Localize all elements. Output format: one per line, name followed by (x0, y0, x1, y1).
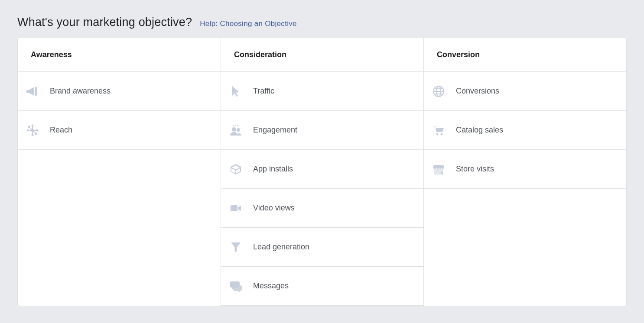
page-title: What's your marketing objective? (17, 16, 192, 29)
objective-option[interactable]: Brand awareness (18, 72, 221, 111)
column-header: Consideration (221, 38, 423, 72)
objective-option[interactable]: Catalog sales (424, 111, 626, 150)
objective-option[interactable]: Store visits (424, 150, 626, 189)
objective-column: ConsiderationTrafficEngagementApp instal… (221, 38, 423, 306)
engagement-icon (230, 124, 242, 136)
video-icon (230, 202, 242, 214)
column-header: Conversion (424, 38, 626, 72)
objective-label: Engagement (253, 126, 297, 135)
objective-option[interactable]: Lead generation (221, 228, 423, 267)
objective-label: Traffic (253, 87, 274, 96)
objective-label: Store visits (456, 165, 494, 174)
column-items: ConversionsCatalog salesStore visits (424, 72, 626, 189)
column-header: Awareness (18, 38, 221, 72)
objective-label: App installs (253, 165, 293, 174)
objective-label: Video views (253, 203, 295, 213)
objective-label: Lead generation (253, 242, 309, 252)
heading-row: What's your marketing objective? Help: C… (17, 16, 627, 29)
objective-option[interactable]: Messages (221, 267, 423, 306)
help-link[interactable]: Help: Choosing an Objective (200, 19, 297, 28)
objective-option[interactable]: Video views (221, 189, 423, 228)
objective-column: ConversionConversionsCatalog salesStore … (423, 38, 626, 306)
messages-icon (230, 280, 242, 292)
cart-icon (433, 124, 445, 136)
objective-option[interactable]: Engagement (221, 111, 423, 150)
objective-option[interactable]: Traffic (221, 72, 423, 111)
objective-label: Catalog sales (456, 126, 503, 135)
package-icon (230, 163, 242, 175)
column-items: Brand awarenessReach (18, 72, 221, 150)
store-icon (433, 163, 445, 175)
objective-label: Reach (50, 126, 72, 135)
objective-label: Conversions (456, 87, 499, 96)
objective-column: AwarenessBrand awarenessReach (18, 38, 221, 306)
globe-icon (433, 85, 445, 97)
objective-card: AwarenessBrand awarenessReachConsiderati… (17, 38, 627, 306)
megaphone-icon (26, 85, 39, 97)
objective-label: Messages (253, 281, 289, 291)
cursor-icon (230, 85, 242, 97)
reach-icon (26, 124, 39, 136)
objective-option[interactable]: Reach (18, 111, 221, 150)
column-items: TrafficEngagementApp installsVideo views… (221, 72, 423, 306)
objective-option[interactable]: App installs (221, 150, 423, 189)
objective-option[interactable]: Conversions (424, 72, 626, 111)
funnel-icon (230, 241, 242, 253)
objective-label: Brand awareness (50, 87, 111, 96)
